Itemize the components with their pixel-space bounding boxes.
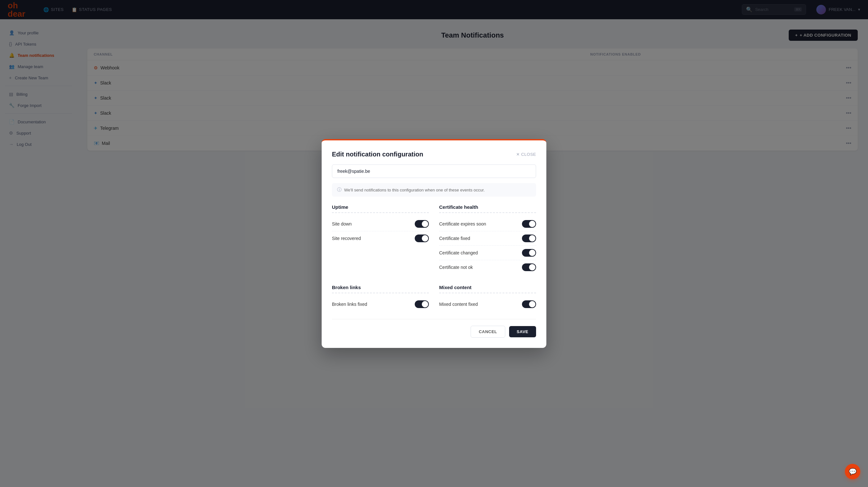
mixed-content-title: Mixed content	[439, 285, 536, 293]
cert-not-ok-label: Certificate not ok	[439, 265, 522, 270]
toggle-row-cert-not-ok: Certificate not ok	[439, 260, 536, 274]
toggle-cert-not-ok[interactable]	[522, 263, 536, 271]
site-down-label: Site down	[332, 221, 415, 227]
sections-grid: Uptime Site down Site recovered	[332, 204, 536, 311]
uptime-section: Uptime Site down Site recovered	[332, 204, 429, 274]
toggle-row-mixed-content-fixed: Mixed content fixed	[439, 297, 536, 311]
toggle-row-broken-links-fixed: Broken links fixed	[332, 297, 429, 311]
certificate-title: Certificate health	[439, 204, 536, 213]
modal-title: Edit notification configuration	[332, 151, 423, 158]
modal-header: Edit notification configuration ✕ CLOSE	[332, 151, 536, 158]
edit-notification-modal: Edit notification configuration ✕ CLOSE …	[322, 139, 546, 348]
modal-info-box: ⓘ We'll send notifications to this confi…	[332, 183, 536, 197]
modal-overlay[interactable]: Edit notification configuration ✕ CLOSE …	[0, 0, 868, 487]
close-x-icon: ✕	[516, 152, 520, 157]
toggle-cert-changed[interactable]	[522, 249, 536, 257]
cert-fixed-label: Certificate fixed	[439, 236, 522, 241]
toggle-mixed-content-fixed[interactable]	[522, 300, 536, 308]
modal-close-button[interactable]: ✕ CLOSE	[516, 152, 536, 157]
email-field[interactable]	[332, 165, 536, 178]
toggle-row-cert-expires: Certificate expires soon	[439, 217, 536, 231]
save-button[interactable]: SAVE	[509, 326, 536, 337]
uptime-title: Uptime	[332, 204, 429, 213]
toggle-cert-expires[interactable]	[522, 220, 536, 228]
toggle-cert-fixed[interactable]	[522, 234, 536, 242]
modal-footer: CANCEL SAVE	[332, 319, 536, 338]
site-recovered-label: Site recovered	[332, 236, 415, 241]
toggle-site-down[interactable]	[415, 220, 429, 228]
broken-links-title: Broken links	[332, 285, 429, 293]
cert-changed-label: Certificate changed	[439, 250, 522, 255]
toggle-broken-links-fixed[interactable]	[415, 300, 429, 308]
chat-bubble[interactable]: 💬	[845, 464, 860, 479]
toggle-row-site-down: Site down	[332, 217, 429, 231]
info-icon: ⓘ	[337, 187, 342, 193]
toggle-site-recovered[interactable]	[415, 234, 429, 242]
certificate-section: Certificate health Certificate expires s…	[439, 204, 536, 274]
broken-links-fixed-label: Broken links fixed	[332, 302, 415, 307]
cert-expires-label: Certificate expires soon	[439, 221, 522, 227]
chat-icon: 💬	[849, 468, 857, 476]
toggle-row-cert-fixed: Certificate fixed	[439, 231, 536, 246]
cancel-button[interactable]: CANCEL	[471, 326, 505, 338]
toggle-row-site-recovered: Site recovered	[332, 231, 429, 246]
broken-links-section: Broken links Broken links fixed	[332, 285, 429, 311]
mixed-content-section: Mixed content Mixed content fixed	[439, 285, 536, 311]
toggle-row-cert-changed: Certificate changed	[439, 246, 536, 260]
mixed-content-fixed-label: Mixed content fixed	[439, 302, 522, 307]
